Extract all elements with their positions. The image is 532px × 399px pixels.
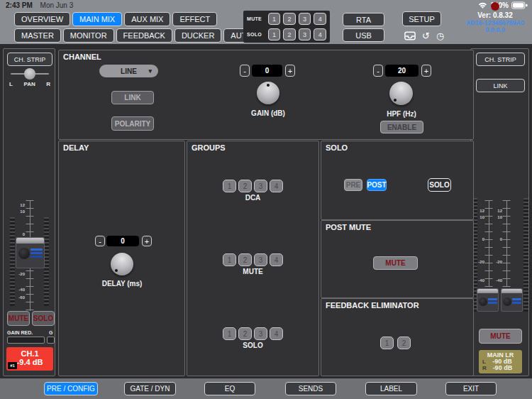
tab-eq[interactable]: EQ bbox=[204, 382, 255, 395]
solo-grp-1-button[interactable]: 1 bbox=[223, 327, 236, 340]
tab-exit[interactable]: EXIT bbox=[445, 382, 497, 395]
mute-pad-label: MUTE bbox=[247, 16, 265, 21]
channel-name-box[interactable]: CH.1 -9.4 dB #1 bbox=[6, 347, 53, 371]
mute-grp-1-button[interactable]: 1 bbox=[223, 253, 236, 266]
mute-group-4-button[interactable]: 4 bbox=[314, 13, 326, 25]
channel-fader-handle[interactable] bbox=[16, 237, 45, 268]
main-lr-box[interactable]: MAIN LR L -90 dB R -90 dB bbox=[479, 350, 522, 373]
scale-label: 10 bbox=[13, 209, 25, 214]
header-icon-row: ↺ ◷ bbox=[404, 30, 444, 41]
solo-group-3-button[interactable]: 3 bbox=[299, 28, 311, 40]
nav-feedback[interactable]: FEEDBACK bbox=[116, 28, 172, 43]
solo-grp-3-button[interactable]: 3 bbox=[254, 327, 267, 340]
nav-overview[interactable]: OVERVIEW bbox=[14, 12, 70, 26]
main-r-fader-scale: 12 10 0 -20 -40 bbox=[498, 200, 515, 287]
hpf-enable-button[interactable]: ENABLE bbox=[380, 121, 423, 133]
nav-master[interactable]: MASTER bbox=[14, 28, 61, 43]
dca-1-button[interactable]: 1 bbox=[223, 180, 236, 192]
input-source-dropdown[interactable]: LINE ▾ bbox=[99, 65, 158, 77]
main-r-level: -90 dB bbox=[487, 365, 519, 371]
tab-gate-dyn[interactable]: GATE / DYN bbox=[124, 382, 176, 395]
main-l-fader-handle[interactable] bbox=[477, 288, 499, 312]
dca-2-button[interactable]: 2 bbox=[238, 180, 252, 192]
groups-panel: GROUPS 1 2 3 4 DCA 1 2 3 4 MUTE 1 2 3 bbox=[187, 141, 319, 376]
solo-toggle-button[interactable]: SOLO bbox=[428, 178, 451, 192]
save-tray-icon[interactable] bbox=[404, 31, 416, 40]
status-bar: 2:43 PM Mon Jun 3 100% bbox=[0, 0, 532, 11]
mute-group-1-button[interactable]: 1 bbox=[268, 13, 281, 25]
post-mute-panel-title: POST MUTE bbox=[326, 223, 371, 231]
fader-cap-knob bbox=[503, 297, 511, 306]
mute-group-2-button[interactable]: 2 bbox=[283, 13, 296, 25]
delay-value-display[interactable]: 0 bbox=[106, 236, 139, 246]
left-ch-strip-button[interactable]: CH. STRIP bbox=[7, 53, 52, 66]
post-mute-button[interactable]: MUTE bbox=[373, 256, 418, 270]
delay-plus-button[interactable]: + bbox=[142, 236, 152, 246]
delay-minus-button[interactable]: - bbox=[95, 236, 105, 246]
nav-effect[interactable]: EFFECT bbox=[172, 12, 217, 26]
link-button[interactable]: LINK bbox=[111, 91, 154, 104]
hpf-plus-button[interactable]: + bbox=[421, 65, 431, 77]
setup-button[interactable]: SETUP bbox=[402, 11, 441, 26]
solo-grp-2-button[interactable]: 2 bbox=[238, 327, 252, 340]
delay-knob[interactable] bbox=[111, 253, 133, 275]
scale-label: 12 bbox=[13, 203, 25, 207]
dca-3-button[interactable]: 3 bbox=[254, 180, 267, 192]
channel-mute-button[interactable]: MUTE bbox=[7, 311, 30, 326]
date-text: Mon Jun 3 bbox=[40, 1, 74, 9]
main-mute-button[interactable]: MUTE bbox=[479, 329, 522, 344]
dca-4-button[interactable]: 4 bbox=[270, 180, 283, 192]
tab-pre-config[interactable]: PRE / CONFIG bbox=[44, 382, 98, 395]
main-r-fader-handle[interactable] bbox=[501, 288, 523, 312]
mute-group-3-button[interactable]: 3 bbox=[299, 13, 311, 25]
mute-grp-2-button[interactable]: 2 bbox=[238, 253, 252, 266]
solo-pad-label: SOLO bbox=[247, 32, 265, 37]
tab-sends[interactable]: SENDS bbox=[285, 382, 336, 395]
hpf-value-display[interactable]: 20 bbox=[385, 65, 419, 77]
solo-group-2-button[interactable]: 2 bbox=[283, 28, 296, 40]
mute-grp-4-button[interactable]: 4 bbox=[270, 253, 283, 266]
solo-grp-4-button[interactable]: 4 bbox=[270, 327, 283, 340]
tab-label[interactable]: LABEL bbox=[365, 382, 417, 395]
nav-main-mix[interactable]: MAIN MIX bbox=[72, 12, 122, 26]
rta-button[interactable]: RTA bbox=[343, 13, 384, 26]
polarity-button[interactable]: POLARITY bbox=[111, 116, 154, 131]
hpf-knob[interactable] bbox=[389, 82, 413, 105]
dca-group-label: DCA bbox=[187, 194, 318, 202]
fader-cap-stripes bbox=[31, 248, 43, 259]
right-link-button[interactable]: LINK bbox=[476, 79, 525, 92]
fader-cap-knob bbox=[18, 248, 30, 259]
solo-panel-title: SOLO bbox=[326, 143, 348, 152]
scale-label: -60 bbox=[13, 295, 25, 300]
right-meter-ladder bbox=[44, 217, 49, 306]
channel-name: CH.1 bbox=[6, 349, 53, 358]
mute-grp-3-button[interactable]: 3 bbox=[254, 253, 267, 266]
right-ch-strip-button[interactable]: CH. STRIP bbox=[476, 53, 525, 66]
fader-cap-highlight bbox=[501, 289, 522, 293]
hpf-minus-button[interactable]: - bbox=[373, 65, 383, 77]
scale-label: 12 bbox=[491, 209, 502, 213]
undo-icon[interactable]: ↺ bbox=[422, 31, 430, 40]
gain-value-display[interactable]: 0 bbox=[252, 65, 282, 77]
history-icon[interactable]: ◷ bbox=[436, 31, 444, 40]
scale-label: -40 bbox=[13, 288, 25, 292]
nav-ducker[interactable]: DUCKER bbox=[174, 28, 221, 43]
solo-pre-button[interactable]: PRE bbox=[344, 179, 362, 191]
gain-plus-button[interactable]: + bbox=[285, 65, 295, 77]
scale-ticks bbox=[485, 200, 493, 287]
feedback-1-button[interactable]: 1 bbox=[380, 337, 394, 349]
gate-indicator-box bbox=[47, 337, 55, 344]
gain-knob[interactable] bbox=[257, 82, 279, 104]
pan-knob[interactable] bbox=[24, 68, 35, 80]
solo-group-1-button[interactable]: 1 bbox=[268, 28, 281, 40]
solo-group-4-button[interactable]: 4 bbox=[314, 28, 326, 40]
nav-monitor[interactable]: MONITOR bbox=[63, 28, 114, 43]
usb-button[interactable]: USB bbox=[343, 28, 384, 42]
nav-aux-mix[interactable]: AUX MIX bbox=[124, 12, 170, 26]
fader-cap-stripes bbox=[512, 298, 521, 305]
solo-post-button[interactable]: POST bbox=[367, 179, 387, 191]
feedback-2-button[interactable]: 2 bbox=[397, 337, 411, 349]
channel-solo-button[interactable]: SOLO bbox=[32, 311, 55, 326]
scale-label: 0 bbox=[491, 237, 502, 241]
gain-minus-button[interactable]: - bbox=[240, 65, 250, 77]
